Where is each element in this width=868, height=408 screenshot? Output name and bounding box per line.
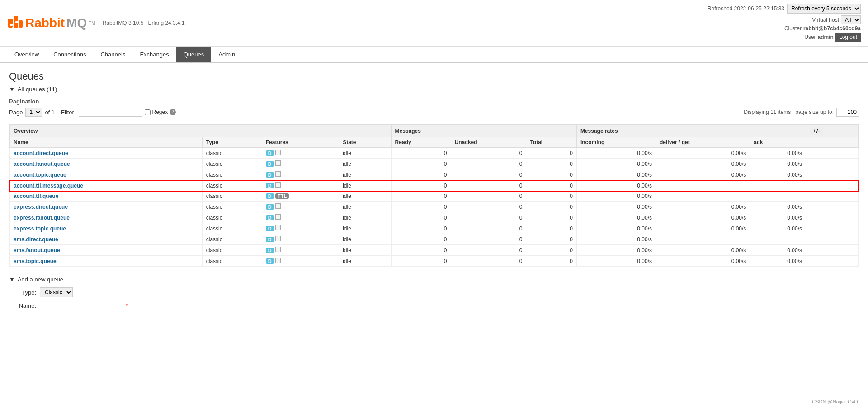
- virtual-host-label: Virtual host: [812, 17, 839, 23]
- queue-state-cell: idle: [339, 245, 391, 256]
- svg-rect-2: [19, 20, 23, 28]
- nav-exchanges[interactable]: Exchanges: [132, 47, 176, 62]
- queue-unacked-cell: 0: [451, 256, 526, 267]
- page-number-select[interactable]: 1: [25, 108, 42, 117]
- nav-connections[interactable]: Connections: [46, 47, 93, 62]
- queue-type-cell: classic: [202, 191, 262, 202]
- regex-help-icon[interactable]: ?: [170, 109, 176, 115]
- nav-queues[interactable]: Queues: [176, 47, 212, 62]
- feature-checkbox: [275, 247, 281, 252]
- required-star: *: [126, 302, 128, 309]
- queue-deliver-cell: 0.00/s: [656, 223, 750, 234]
- name-form-row: Name: *: [9, 301, 859, 310]
- col-incoming-header: incoming: [576, 137, 656, 148]
- queue-unacked-cell: 0: [451, 202, 526, 212]
- table-row: sms.fanout.queueclassicD idle0000.00/s0.…: [10, 245, 859, 256]
- feature-checkbox: [275, 236, 281, 241]
- filter-input[interactable]: [79, 108, 142, 117]
- user-label: User: [804, 34, 816, 40]
- queue-name-cell[interactable]: sms.topic.queue: [10, 256, 203, 267]
- cluster-value: rabbit@b7cb4c60cd9a: [803, 25, 861, 32]
- queue-ack-cell: [750, 191, 806, 202]
- col-total-header: Total: [526, 137, 576, 148]
- nav-channels[interactable]: Channels: [93, 47, 132, 62]
- queue-name-cell[interactable]: account.direct.queue: [10, 148, 203, 159]
- queue-ack-cell: 0.00/s: [750, 223, 806, 234]
- queue-name-cell[interactable]: sms.direct.queue: [10, 234, 203, 245]
- queue-ack-cell: 0.00/s: [750, 202, 806, 212]
- queue-extra-cell: [806, 234, 859, 245]
- queue-deliver-cell: 0.00/s: [656, 159, 750, 169]
- queue-deliver-cell: 0.00/s: [656, 169, 750, 180]
- durable-badge: D: [266, 204, 274, 210]
- queue-incoming-cell: 0.00/s: [576, 256, 656, 267]
- queue-incoming-cell: 0.00/s: [576, 169, 656, 180]
- plus-minus-button[interactable]: +/-: [810, 127, 823, 135]
- queue-ready-cell: 0: [391, 223, 451, 234]
- plus-minus-header[interactable]: +/-: [806, 125, 859, 137]
- pagination-label: Pagination: [9, 98, 859, 105]
- queue-features-cell: D: [262, 169, 339, 180]
- queue-state-cell: idle: [339, 148, 391, 159]
- queue-extra-cell: [806, 148, 859, 159]
- queue-state-cell: idle: [339, 256, 391, 267]
- queue-state-cell: idle: [339, 169, 391, 180]
- queue-total-cell: 0: [526, 212, 576, 223]
- queue-ack-cell: [750, 234, 806, 245]
- queue-name-cell[interactable]: account.topic.queue: [10, 169, 203, 180]
- durable-badge: D: [266, 215, 274, 220]
- queue-ack-cell: 0.00/s: [750, 169, 806, 180]
- durable-badge: D: [266, 183, 274, 188]
- table-col-header-row: Name Type Features State Ready Unacked T…: [10, 137, 859, 148]
- queue-extra-cell: [806, 159, 859, 169]
- feature-checkbox: [275, 171, 281, 177]
- queue-name-cell[interactable]: account.ttl.queue: [10, 191, 203, 202]
- durable-badge: D: [266, 172, 274, 178]
- queue-type-select[interactable]: Classic: [40, 287, 73, 297]
- page-size-input[interactable]: [836, 108, 859, 117]
- queue-name-input[interactable]: [40, 301, 121, 310]
- queue-state-cell: idle: [339, 180, 391, 191]
- queue-features-cell: D: [262, 223, 339, 234]
- queue-extra-cell: [806, 202, 859, 212]
- queue-features-cell: D: [262, 245, 339, 256]
- queue-name-cell[interactable]: express.topic.queue: [10, 223, 203, 234]
- queue-name-cell[interactable]: sms.fanout.queue: [10, 245, 203, 256]
- displaying-label: Displaying 11 items , page size up to:: [744, 109, 834, 115]
- add-queue-header[interactable]: ▼ Add a new queue: [9, 276, 859, 283]
- pagination-right: Displaying 11 items , page size up to:: [744, 108, 859, 117]
- queue-ready-cell: 0: [391, 212, 451, 223]
- queue-ready-cell: 0: [391, 202, 451, 212]
- nav-overview[interactable]: Overview: [7, 47, 46, 62]
- ttl-badge: TTL: [275, 193, 289, 199]
- queue-incoming-cell: 0.00/s: [576, 180, 656, 191]
- queue-name-cell[interactable]: account.ttl.message.queue: [10, 180, 203, 191]
- queue-total-cell: 0: [526, 202, 576, 212]
- table-row: account.direct.queueclassicD idle0000.00…: [10, 148, 859, 159]
- queue-name-cell[interactable]: express.fanout.queue: [10, 212, 203, 223]
- user-row: User admin Log out: [708, 33, 861, 42]
- all-queues-section-header[interactable]: ▼ All queues (11): [9, 86, 859, 93]
- queue-unacked-cell: 0: [451, 212, 526, 223]
- table-row: account.topic.queueclassicD idle0000.00/…: [10, 169, 859, 180]
- queue-name-cell[interactable]: account.fanout.queue: [10, 159, 203, 169]
- logout-button[interactable]: Log out: [835, 33, 861, 42]
- feature-checkbox: [275, 182, 281, 188]
- regex-checkbox[interactable]: [145, 109, 151, 115]
- virtual-host-select[interactable]: All: [841, 15, 861, 24]
- queue-type-cell: classic: [202, 159, 262, 169]
- type-form-label: Type:: [9, 289, 36, 296]
- queue-name-cell[interactable]: express.direct.queue: [10, 202, 203, 212]
- queue-ready-cell: 0: [391, 245, 451, 256]
- queue-extra-cell: [806, 180, 859, 191]
- queue-deliver-cell: 0.00/s: [656, 245, 750, 256]
- queue-incoming-cell: 0.00/s: [576, 245, 656, 256]
- queue-total-cell: 0: [526, 245, 576, 256]
- queue-total-cell: 0: [526, 234, 576, 245]
- refresh-select[interactable]: Refresh every 5 seconds: [787, 4, 861, 14]
- table-row: account.fanout.queueclassicD idle0000.00…: [10, 159, 859, 169]
- queue-state-cell: idle: [339, 234, 391, 245]
- nav-admin[interactable]: Admin: [211, 47, 242, 62]
- queue-unacked-cell: 0: [451, 234, 526, 245]
- logo: RabbitMQTM: [7, 15, 95, 31]
